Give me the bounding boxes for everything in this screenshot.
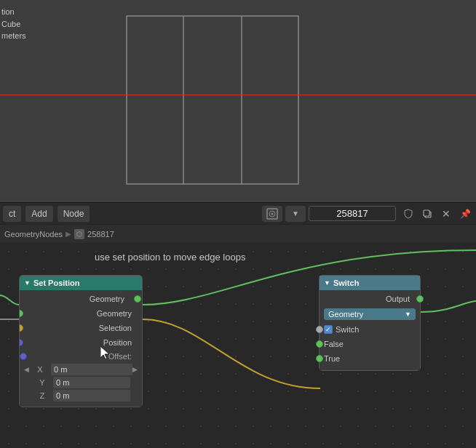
switch-checkbox[interactable]: ✓ [324, 325, 333, 334]
offset-x-row: ◀ X 0 m ▶ [20, 363, 142, 376]
pin-icon-button[interactable]: 📌 [457, 206, 473, 222]
copy-icon-button[interactable] [419, 206, 435, 222]
geometry-dropdown[interactable]: Geometry ▼ [324, 308, 416, 320]
breadcrumb-node[interactable]: ⬡ 258817 [74, 229, 114, 239]
viewport-info: tion Cube meters [1, 6, 26, 42]
viewport-params: meters [1, 30, 26, 42]
node-set-position[interactable]: ▼ Set Position Geometry Geometry Selecti… [19, 275, 143, 407]
z-label: Z [31, 391, 53, 400]
copy-icon [422, 209, 432, 219]
collapse-icon: ▼ [24, 279, 31, 287]
set-position-title: Set Position [33, 279, 80, 287]
geometry-dropdown-arrow: ▼ [405, 311, 411, 318]
breadcrumb-bar: GeometryNodes ▶ ⬡ 258817 [0, 224, 476, 243]
shield-icon-button[interactable] [400, 206, 416, 222]
position-input-label: Position [24, 338, 138, 347]
toolbar-node-button[interactable]: Node [57, 206, 90, 222]
toolbar-object-button[interactable]: ct [3, 206, 21, 222]
svg-rect-7 [424, 210, 429, 216]
hint-text: use set position to move edge loops [95, 252, 245, 263]
switch-header: ▼ Switch [320, 276, 420, 290]
node-canvas[interactable]: use set position to move edge loops ▼ Se… [0, 243, 476, 448]
node-toolbar: ct Add Node ▼ 258817 ✕ [0, 202, 476, 224]
toolbar-center: ▼ 258817 [262, 206, 396, 222]
cube-wireframe [125, 15, 300, 185]
close-icon: ✕ [442, 208, 451, 220]
switch-checkbox-row: ✓ Switch [320, 322, 420, 337]
offset-x-value[interactable]: 0 m [54, 365, 67, 374]
false-row: False [320, 337, 420, 351]
offset-section: Offset: [20, 350, 142, 363]
scene-name-display: 258817 [309, 206, 396, 221]
switch-collapse-icon: ▼ [324, 279, 330, 287]
svg-rect-0 [127, 16, 298, 184]
breadcrumb-node-label: 258817 [87, 230, 114, 239]
shield-icon [403, 209, 413, 219]
render-icon-button[interactable] [262, 206, 282, 222]
switch-output-row: Output [320, 292, 420, 306]
dropdown-arrow-icon: ▼ [292, 209, 299, 217]
position-input-socket [19, 339, 23, 346]
set-position-header: ▼ Set Position [20, 276, 142, 290]
geometry-output-row: Geometry [20, 292, 142, 306]
close-icon-button[interactable]: ✕ [438, 206, 454, 222]
false-label: False [324, 340, 416, 348]
viewport-3d: tion Cube meters [0, 0, 476, 202]
node-tree-icon: ⬡ [74, 229, 84, 239]
offset-y-value[interactable]: 0 m [56, 378, 69, 387]
selection-input-row: Selection [20, 321, 142, 335]
switch-output-label: Output [324, 295, 416, 303]
offset-y-row: Y 0 m [20, 376, 142, 389]
offset-input-socket [20, 353, 27, 360]
pin-icon: 📌 [460, 209, 471, 219]
render-icon [266, 208, 278, 220]
selection-input-socket [19, 324, 23, 332]
x-arrows: ◀ [24, 366, 29, 373]
geometry-output-label: Geometry [24, 295, 130, 303]
offset-z-row: Z 0 m [20, 389, 142, 402]
switch-output-socket [416, 295, 424, 303]
offset-label: Offset: [31, 352, 138, 361]
toolbar-right: ✕ 📌 [400, 206, 473, 222]
set-position-body: Geometry Geometry Selection Position [20, 290, 142, 407]
switch-title: Switch [333, 279, 359, 287]
true-row: True [320, 351, 420, 366]
dropdown-arrow-button[interactable]: ▼ [285, 206, 306, 222]
toolbar-add-button[interactable]: Add [25, 206, 52, 222]
geometry-input-label: Geometry [24, 309, 138, 318]
switch-input-socket [316, 326, 323, 333]
node-switch[interactable]: ▼ Switch Output Geometry ▼ ✓ [319, 275, 421, 371]
geometry-input-row: Geometry [20, 306, 142, 321]
position-input-row: Position [20, 335, 142, 350]
red-divider-line [0, 95, 476, 95]
true-input-socket [316, 355, 323, 362]
switch-body: Output Geometry ▼ ✓ Switch [320, 290, 420, 370]
viewport-mode-partial: tion [1, 6, 26, 18]
breadcrumb-separator: ▶ [66, 230, 71, 238]
true-label: True [324, 354, 416, 363]
breadcrumb-root-label: GeometryNodes [4, 230, 63, 239]
svg-point-5 [271, 212, 274, 215]
geometry-dropdown-row: Geometry ▼ [320, 306, 420, 322]
switch-label: Switch [336, 325, 359, 334]
x-label: X [29, 365, 51, 374]
geometry-dropdown-label: Geometry [328, 310, 363, 319]
selection-input-label: Selection [24, 324, 138, 332]
geometry-output-socket [134, 295, 141, 303]
x-right-arrow: ▶ [132, 366, 138, 373]
checkbox-check: ✓ [325, 326, 331, 333]
breadcrumb-root[interactable]: GeometryNodes [4, 230, 63, 239]
y-label: Y [31, 378, 53, 387]
viewport-object: Cube [1, 18, 26, 31]
false-input-socket [316, 340, 323, 348]
offset-z-value[interactable]: 0 m [56, 391, 69, 400]
geometry-input-socket [19, 310, 23, 317]
